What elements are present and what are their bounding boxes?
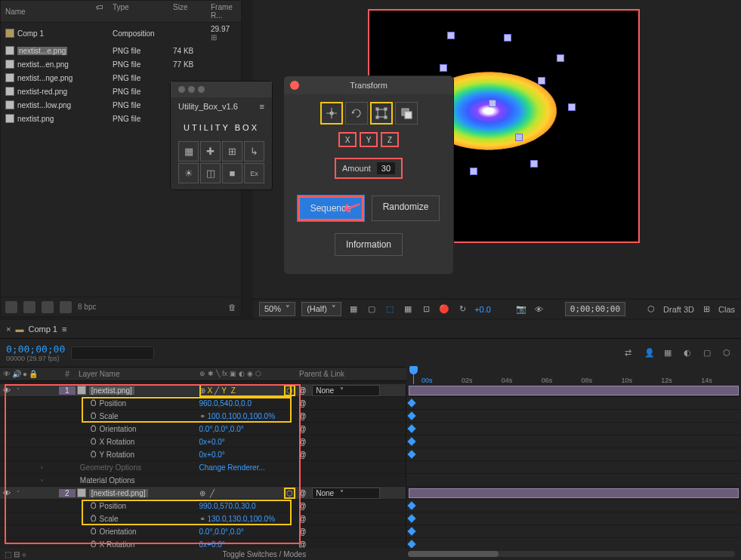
ut-btn-grid[interactable]: ▦ xyxy=(178,141,199,162)
property-value[interactable]: 0x+0.0° xyxy=(199,540,296,549)
keyframe[interactable] xyxy=(407,424,415,432)
tab-menu-icon[interactable]: ≡ xyxy=(62,325,66,334)
ut-btn-crop[interactable]: ↳ xyxy=(244,141,264,162)
grid-icon[interactable]: ▦ xyxy=(402,303,414,315)
draft-3d-icon[interactable]: ⬡ xyxy=(645,303,657,315)
visibility-toggle[interactable]: 👁 xyxy=(3,489,12,497)
stopwatch-icon[interactable]: Ö xyxy=(91,438,97,446)
time-ruler[interactable]: 00s02s04s06s08s10s12s14s xyxy=(406,364,741,384)
current-time[interactable]: 0;00;00;00 xyxy=(6,343,65,355)
col-parent[interactable]: Parent & Link xyxy=(296,370,406,378)
visibility-toggle[interactable]: 👁 xyxy=(3,386,12,395)
toggle-switches-icons[interactable]: ⬚ ⊟ ⟐ xyxy=(0,550,26,558)
color-icon[interactable]: 🔴 xyxy=(438,303,450,315)
layer-header[interactable]: 👁˅ 2 [nextist-red.png] ⊕╱⬡ @None ˅ xyxy=(0,487,406,500)
property-row[interactable]: Ö Position 990.0,570.0,30.0 @ xyxy=(0,500,406,512)
graph-editor-icon[interactable]: ▢ xyxy=(703,348,715,358)
stopwatch-icon[interactable]: Ö xyxy=(91,528,97,536)
search-input[interactable] xyxy=(71,346,154,360)
pickwhip-icon[interactable]: @ xyxy=(298,540,309,549)
transparency-grid-icon[interactable]: ▦ xyxy=(347,303,360,315)
ut-btn-add[interactable]: ✚ xyxy=(200,141,221,162)
opacity-icon[interactable] xyxy=(395,102,418,125)
trash-icon[interactable]: 🗑 xyxy=(228,303,236,312)
rotation-icon[interactable] xyxy=(345,102,368,125)
exposure-value[interactable]: +0.0 xyxy=(474,305,491,314)
col-type[interactable]: Type xyxy=(113,3,173,20)
property-row[interactable]: Ö X Rotation 0x+0.0° @ xyxy=(0,538,406,548)
layer-name-label[interactable]: [nextist-red.png] xyxy=(89,489,148,497)
project-item[interactable]: Comp 1 Composition 29.97 ⊞ xyxy=(1,23,241,44)
stopwatch-icon[interactable]: Ö xyxy=(91,540,97,549)
col-name[interactable]: Name xyxy=(5,8,26,16)
traffic-dot[interactable] xyxy=(178,86,185,93)
property-value[interactable]: 0.0°,0.0°,0.0° xyxy=(199,425,296,433)
stopwatch-icon[interactable]: Ö xyxy=(91,515,97,523)
pickwhip-icon[interactable]: @ xyxy=(298,489,309,497)
timeline-tab-label[interactable]: Comp 1 xyxy=(28,325,57,334)
col-size[interactable]: Size xyxy=(173,3,211,20)
col-layer-name[interactable]: Layer Name xyxy=(76,370,199,378)
settings-icon[interactable] xyxy=(60,301,72,313)
keyframe[interactable] xyxy=(407,411,415,420)
parent-select[interactable]: None ˅ xyxy=(312,488,380,499)
layer-switches[interactable]: ⊕X╱YZ⬡ xyxy=(199,385,296,396)
parent-select[interactable]: None ˅ xyxy=(312,385,380,396)
keyframe[interactable] xyxy=(407,450,415,458)
brainstorm-icon[interactable]: ⬡ xyxy=(723,348,735,358)
position-icon[interactable] xyxy=(320,102,343,125)
draft-3d-label[interactable]: Draft 3D xyxy=(663,305,694,314)
zoom-select[interactable]: 50% ˅ xyxy=(259,302,295,316)
close-icon[interactable] xyxy=(290,81,299,90)
property-value[interactable]: 0.0°,0.0°,0.0° xyxy=(199,528,296,536)
menu-icon[interactable]: ≡ xyxy=(260,102,264,111)
guides-icon[interactable]: ⊡ xyxy=(420,303,432,315)
axis-z[interactable]: Z xyxy=(381,132,399,147)
tab-close-icon[interactable]: × xyxy=(6,325,11,334)
new-folder-icon[interactable] xyxy=(23,301,36,313)
traffic-dot[interactable] xyxy=(198,86,205,93)
amount-input[interactable]: 30 xyxy=(377,162,395,174)
new-comp-icon[interactable] xyxy=(42,301,54,313)
3d-ground-icon[interactable]: ⊞ xyxy=(700,303,712,315)
property-value[interactable]: 0x+0.0° xyxy=(199,438,296,446)
property-group[interactable]: › Geometry Options Change Renderer... xyxy=(0,461,406,474)
timeline-scrollbar[interactable] xyxy=(408,551,499,557)
property-value[interactable]: Change Renderer... xyxy=(199,463,296,472)
property-row[interactable]: Ö Orientation 0.0°,0.0°,0.0° @ xyxy=(0,423,406,435)
keyframe[interactable] xyxy=(407,398,415,407)
col-framerate[interactable]: Frame R... xyxy=(211,3,236,20)
property-row[interactable]: Ö X Rotation 0x+0.0° @ xyxy=(0,435,406,448)
stopwatch-icon[interactable]: Ö xyxy=(91,451,97,459)
pickwhip-icon[interactable]: @ xyxy=(298,515,309,523)
property-row[interactable]: Ö Orientation 0.0°,0.0°,0.0° @ xyxy=(0,525,406,538)
toggle-switches-label[interactable]: Toggle Switches / Modes xyxy=(223,550,307,558)
snapshot-icon[interactable]: 📷 xyxy=(515,303,527,315)
pickwhip-icon[interactable]: @ xyxy=(298,438,309,446)
interpret-footage-icon[interactable] xyxy=(5,301,17,313)
show-snapshot-icon[interactable]: 👁 xyxy=(533,303,545,315)
pickwhip-icon[interactable]: @ xyxy=(298,386,309,395)
keyframe[interactable] xyxy=(407,437,415,445)
layer-switches[interactable]: ⊕╱⬡ xyxy=(199,488,296,499)
keyframe[interactable] xyxy=(407,527,415,535)
track-area[interactable] xyxy=(406,384,741,548)
project-item[interactable]: nextist...e.png PNG file 74 KB xyxy=(1,44,241,57)
keyframe[interactable] xyxy=(407,514,415,522)
stopwatch-icon[interactable]: Ö xyxy=(91,412,97,420)
layer-bar[interactable] xyxy=(409,488,739,498)
pickwhip-icon[interactable]: @ xyxy=(298,451,309,459)
timecode-display[interactable]: 0;00;00;00 xyxy=(565,302,625,316)
ut-btn-grid3[interactable]: ◫ xyxy=(200,163,221,183)
ut-btn-cam[interactable]: ■ xyxy=(222,163,242,183)
pickwhip-icon[interactable]: @ xyxy=(298,528,309,536)
property-row[interactable]: Ö Y Rotation 0x+0.0° @ xyxy=(0,448,406,461)
pickwhip-icon[interactable]: @ xyxy=(298,502,309,510)
pickwhip-icon[interactable]: @ xyxy=(298,412,309,420)
keyframe[interactable] xyxy=(407,540,415,548)
scale-icon[interactable] xyxy=(370,102,393,125)
property-value[interactable]: ⚭ 130.0,130.0,100.0% xyxy=(199,515,296,523)
property-row[interactable]: Ö Scale ⚭ 100.0,100.0,100.0% @ xyxy=(0,410,406,423)
information-button[interactable]: Information xyxy=(335,233,403,256)
project-item[interactable]: nextist...en.png PNG file 77 KB xyxy=(1,57,241,71)
